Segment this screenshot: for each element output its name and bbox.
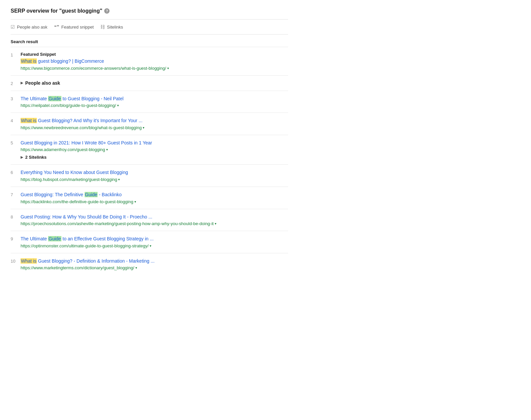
- tab-people-also-ask[interactable]: ☑ People also ask: [11, 24, 47, 30]
- url-text: https://www.adamenfroy.com/guest-bloggin…: [21, 147, 105, 152]
- highlight-yellow: What is: [21, 258, 37, 264]
- result-number: 7: [11, 187, 21, 209]
- result-title-link[interactable]: Guest Blogging: The Definitive Guide - B…: [21, 192, 288, 198]
- result-title-link[interactable]: What is Guest Blogging? - Definition & I…: [21, 258, 288, 265]
- result-url: https://www.adamenfroy.com/guest-bloggin…: [21, 147, 288, 152]
- result-content: ▶People also ask: [21, 75, 288, 91]
- url-text: https://www.bigcommerce.com/ecommerce-an…: [21, 66, 166, 71]
- url-text: https://neilpatel.com/blog/guide-to-gues…: [21, 103, 116, 108]
- result-title-link[interactable]: The Ultimate Guide to an Effective Guest…: [21, 236, 288, 242]
- result-url: https://optinmonster.com/ultimate-guide-…: [21, 243, 288, 248]
- result-url: https://www.newbreedrevenue.com/blog/wha…: [21, 125, 288, 130]
- url-text: https://proechosolutions.com/asheville-m…: [21, 221, 214, 226]
- sitelinks-triangle-icon: ▶: [21, 155, 23, 159]
- people-also-ask-label: People also ask: [25, 80, 60, 86]
- highlight-green: Guide: [48, 96, 61, 101]
- url-text: https://www.newbreedrevenue.com/blog/wha…: [21, 125, 142, 130]
- result-number: 1: [11, 47, 21, 76]
- result-content: Featured SnippetWhat is guest blogging? …: [21, 47, 288, 76]
- url-dropdown-arrow-icon[interactable]: ▾: [106, 148, 108, 151]
- url-dropdown-arrow-icon[interactable]: ▾: [135, 266, 137, 270]
- tab-sitelinks[interactable]: ⛓ Sitelinks: [100, 24, 123, 30]
- result-content: What is Guest Blogging? - Definition & I…: [21, 253, 288, 275]
- url-text: https://blog.hubspot.com/marketing/guest…: [21, 177, 117, 182]
- result-number: 8: [11, 209, 21, 231]
- highlight-green: Guide: [48, 236, 61, 241]
- result-url: https://www.bigcommerce.com/ecommerce-an…: [21, 66, 288, 71]
- table-row: 4What is Guest Blogging? And Why it's Im…: [11, 113, 288, 135]
- url-text: https://backlinko.com/the-definitive-gui…: [21, 199, 133, 204]
- url-dropdown-arrow-icon[interactable]: ▾: [215, 222, 216, 225]
- tabs-row: ☑ People also ask ❝❞ Featured snippet ⛓ …: [11, 20, 288, 35]
- result-url: https://www.marketingterms.com/dictionar…: [21, 265, 288, 270]
- help-icon[interactable]: ?: [104, 8, 110, 14]
- result-number: 6: [11, 165, 21, 187]
- expand-triangle-icon: ▶: [21, 81, 23, 85]
- result-url: https://proechosolutions.com/asheville-m…: [21, 221, 288, 226]
- url-dropdown-arrow-icon[interactable]: ▾: [167, 66, 169, 70]
- result-content: The Ultimate Guide to Guest Blogging - N…: [21, 91, 288, 113]
- result-content: The Ultimate Guide to an Effective Guest…: [21, 231, 288, 253]
- result-number: 9: [11, 231, 21, 253]
- table-row: 7Guest Blogging: The Definitive Guide - …: [11, 187, 288, 209]
- result-url: https://neilpatel.com/blog/guide-to-gues…: [21, 103, 288, 108]
- result-content: Guest Blogging in 2021: How I Wrote 80+ …: [21, 135, 288, 165]
- table-row: 1Featured SnippetWhat is guest blogging?…: [11, 47, 288, 76]
- result-number: 3: [11, 91, 21, 113]
- result-number: 2: [11, 75, 21, 91]
- result-title-link[interactable]: Everything You Need to Know about Guest …: [21, 169, 288, 176]
- result-number: 10: [11, 253, 21, 275]
- highlight-yellow: What is: [21, 58, 37, 64]
- result-content: Everything You Need to Know about Guest …: [21, 165, 288, 187]
- result-title-link[interactable]: Guest Blogging in 2021: How I Wrote 80+ …: [21, 140, 288, 146]
- url-dropdown-arrow-icon[interactable]: ▾: [134, 200, 136, 204]
- url-dropdown-arrow-icon[interactable]: ▾: [150, 244, 151, 248]
- sitelinks-sub[interactable]: ▶2 Sitelinks: [21, 155, 288, 160]
- url-dropdown-arrow-icon[interactable]: ▾: [118, 178, 120, 181]
- table-row: 6Everything You Need to Know about Guest…: [11, 165, 288, 187]
- table-row: 10What is Guest Blogging? - Definition &…: [11, 253, 288, 275]
- result-title-link[interactable]: Guest Posting: How & Why You Should Be D…: [21, 214, 288, 220]
- result-content: Guest Blogging: The Definitive Guide - B…: [21, 187, 288, 209]
- tab-featured-snippet[interactable]: ❝❞ Featured snippet: [54, 24, 94, 30]
- results-table: 1Featured SnippetWhat is guest blogging?…: [11, 47, 288, 275]
- people-also-ask-icon: ☑: [11, 24, 15, 30]
- table-row: 8Guest Posting: How & Why You Should Be …: [11, 209, 288, 231]
- url-dropdown-arrow-icon[interactable]: ▾: [143, 126, 144, 129]
- result-url: https://blog.hubspot.com/marketing/guest…: [21, 177, 288, 182]
- sitelinks-label: 2 Sitelinks: [25, 155, 46, 160]
- people-also-ask-row[interactable]: ▶People also ask: [21, 80, 288, 86]
- section-header: Search result: [11, 35, 288, 47]
- page-title: SERP overview for "guest blogging" ?: [11, 8, 288, 14]
- highlight-yellow: What is: [21, 118, 37, 123]
- result-title-link[interactable]: What is Guest Blogging? And Why it's Imp…: [21, 118, 288, 124]
- url-dropdown-arrow-icon[interactable]: ▾: [117, 104, 119, 107]
- url-text: https://www.marketingterms.com/dictionar…: [21, 265, 134, 270]
- result-title-link[interactable]: What is guest blogging? | BigCommerce: [21, 58, 288, 65]
- table-row: 5Guest Blogging in 2021: How I Wrote 80+…: [11, 135, 288, 165]
- url-text: https://optinmonster.com/ultimate-guide-…: [21, 243, 149, 248]
- featured-snippet-icon: ❝❞: [54, 24, 59, 30]
- featured-snippet-label: Featured Snippet: [21, 52, 288, 57]
- sitelinks-icon: ⛓: [100, 24, 105, 30]
- result-number: 4: [11, 113, 21, 135]
- result-number: 5: [11, 135, 21, 165]
- result-content: What is Guest Blogging? And Why it's Imp…: [21, 113, 288, 135]
- table-row: 3The Ultimate Guide to Guest Blogging - …: [11, 91, 288, 113]
- table-row: 2▶People also ask: [11, 75, 288, 91]
- highlight-green: Guide: [85, 192, 98, 197]
- result-content: Guest Posting: How & Why You Should Be D…: [21, 209, 288, 231]
- result-title-link[interactable]: The Ultimate Guide to Guest Blogging - N…: [21, 96, 288, 102]
- result-url: https://backlinko.com/the-definitive-gui…: [21, 199, 288, 204]
- table-row: 9The Ultimate Guide to an Effective Gues…: [11, 231, 288, 253]
